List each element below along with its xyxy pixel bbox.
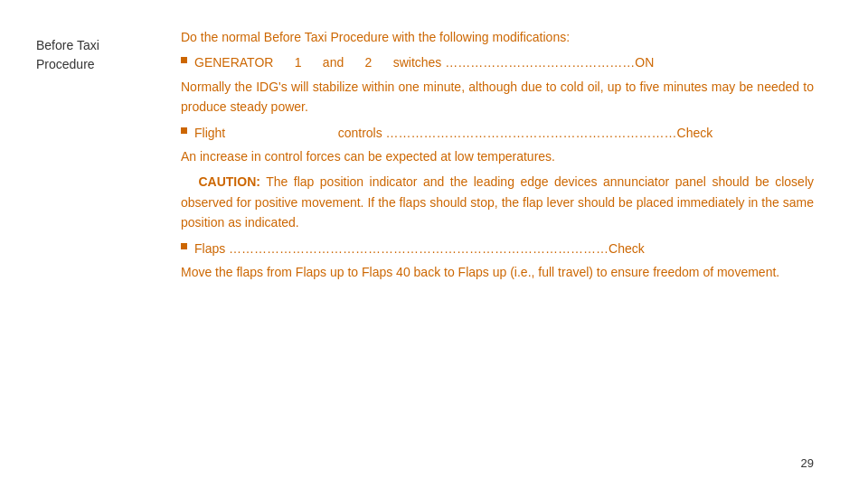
bullet-square-3 [181, 243, 187, 249]
control-forces-note: An increase in control forces can be exp… [181, 146, 814, 166]
bullet-generator: GENERATOR 1 and 2 switches …………………………………… [181, 52, 814, 72]
section-label-line2: Procedure [36, 57, 95, 71]
bullet-generator-text: GENERATOR 1 and 2 switches …………………………………… [194, 52, 814, 72]
bullet-flight-controls: Flight controls ……………………………………………………………C… [181, 123, 814, 143]
flaps-note: Move the flaps from Flaps up to Flaps 40… [181, 262, 814, 282]
content-area: Before Taxi Procedure Do the normal Befo… [36, 27, 814, 287]
intro-text: Do the normal Before Taxi Procedure with… [181, 27, 814, 47]
bullet-flaps-text: Flaps ………………………………………………………………………………Chec… [194, 239, 814, 258]
right-content: Do the normal Before Taxi Procedure with… [181, 27, 814, 287]
bullet-flight-controls-text: Flight controls ……………………………………………………………C… [194, 123, 814, 143]
section-label-line1: Before Taxi [36, 38, 99, 52]
section-label: Before Taxi Procedure [36, 27, 181, 287]
page-number: 29 [801, 456, 814, 470]
idg-note: Normally the IDG's will stabilize within… [181, 77, 814, 117]
page-container: Before Taxi Procedure Do the normal Befo… [0, 0, 868, 488]
bullet-square-1 [181, 57, 187, 63]
caution-paragraph: CAUTION: The flap position indicator and… [181, 172, 814, 232]
bullet-square-2 [181, 127, 187, 134]
bullet-flaps: Flaps ………………………………………………………………………………Chec… [181, 239, 814, 258]
caution-text: The flap position indicator and the lead… [181, 174, 814, 230]
caution-label: CAUTION: [198, 174, 259, 189]
